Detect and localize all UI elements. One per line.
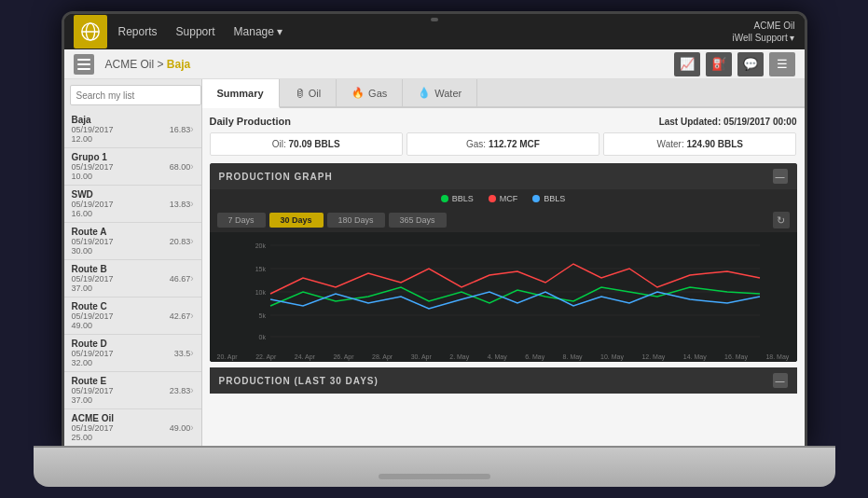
sidebar-item-date: 05/19/2017 (72, 237, 114, 246)
nav-reports[interactable]: Reports (118, 25, 158, 38)
sidebar-item-vals: 12.00 (72, 134, 191, 144)
sidebar-item-text: Route D 05/19/2017 33.5 32.00 (72, 339, 191, 367)
sidebar-item-sub: 05/19/2017 68.00 (72, 162, 191, 172)
x-axis-label: 26. Apr (333, 353, 353, 360)
sidebar-item-val2: 68.00 (170, 162, 191, 172)
time-7days[interactable]: 7 Days (217, 213, 266, 228)
legend-dot-oil (441, 195, 448, 202)
search-input[interactable] (70, 85, 201, 105)
sidebar-item-name: SWD (72, 189, 191, 200)
sidebar-item[interactable]: SWD 05/19/2017 13.83 16.00 › (64, 186, 201, 223)
refresh-button[interactable]: ↻ (773, 212, 790, 228)
sidebar-item-val1: 12.00 (72, 134, 93, 144)
sidebar-item[interactable]: Route B 05/19/2017 46.67 37.00 › (64, 260, 201, 297)
support-button[interactable]: iWell Support ▾ (732, 32, 794, 44)
oil-value-box: Oil: 70.09 BBLS (210, 132, 403, 156)
sidebar-item-sub: 05/19/2017 42.67 (72, 311, 191, 321)
gas-label: Gas: (466, 139, 486, 149)
daily-prod-values: Oil: 70.09 BBLS Gas: 112.72 MCF Water: 1… (210, 132, 797, 156)
tab-oil[interactable]: 🛢 Oil (280, 79, 337, 106)
x-axis-label: 6. May (525, 353, 544, 360)
sidebar-item-date: 05/19/2017 (72, 125, 114, 134)
sidebar-item-val1: 32.00 (72, 358, 93, 367)
sidebar-item-vals: 30.00 (72, 246, 191, 256)
sidebar-item-sub: 05/19/2017 49.00 (72, 423, 191, 433)
sidebar-item-val2: 46.67 (170, 274, 191, 284)
sidebar-item-name: ACME Oil (72, 413, 191, 423)
daily-prod-header: Daily Production Last Updated: 05/19/201… (210, 116, 797, 127)
time-180days[interactable]: 180 Days (327, 213, 385, 228)
sidebar-item-sub: 05/19/2017 23.83 (72, 386, 191, 395)
sidebar-item-val1: 49.00 (72, 321, 93, 330)
sidebar-item[interactable]: Route D 05/19/2017 33.5 32.00 › (64, 335, 201, 372)
search-bar: 🔍 ✏ (64, 79, 201, 111)
sidebar-item-name: Route C (72, 301, 191, 311)
menu-button[interactable] (74, 54, 94, 75)
chevron-right-icon: › (190, 124, 193, 134)
sidebar-item-vals: 25.00 (72, 433, 191, 442)
tab-summary[interactable]: Summary (202, 79, 280, 108)
list-icon[interactable]: ☰ (769, 52, 795, 76)
bottom-section-title: PRODUCTION (LAST 30 DAYS) (219, 376, 379, 386)
app-logo[interactable] (74, 15, 107, 48)
sidebar-item-name: Route B (72, 264, 191, 274)
bottom-minimize-button[interactable]: — (773, 373, 788, 388)
time-365days[interactable]: 365 Days (389, 213, 447, 228)
sidebar-item-val2: 23.83 (170, 386, 191, 395)
production-graph-section: PRODUCTION GRAPH — BBLS MCF (210, 163, 797, 362)
sidebar-item-sub: 05/19/2017 13.83 (72, 200, 191, 209)
chart-icon[interactable]: 📈 (674, 52, 700, 76)
daily-prod-title: Daily Production (210, 116, 291, 127)
sidebar-item-vals: 49.00 (72, 321, 191, 330)
chevron-right-icon: › (190, 348, 193, 358)
legend-mcf: MCF (489, 194, 518, 203)
sidebar-list: Baja 05/19/2017 16.83 12.00 › Grupo 1 05… (64, 111, 201, 447)
sidebar-item-vals: 37.00 (72, 395, 191, 405)
pump-icon[interactable]: ⛽ (706, 52, 732, 76)
water-icon: 💧 (418, 87, 431, 99)
chevron-right-icon: › (190, 161, 193, 172)
breadcrumb-base: ACME Oil > (105, 58, 167, 71)
right-panel: Summary 🛢 Oil 🔥 Gas 💧 Water (202, 79, 805, 447)
tab-water-label: Water (434, 88, 462, 99)
sidebar-item-text: SWD 05/19/2017 13.83 16.00 (72, 189, 191, 218)
chevron-right-icon: › (190, 422, 193, 433)
time-30days[interactable]: 30 Days (269, 213, 324, 228)
water-label: Water: (657, 139, 684, 149)
legend-dot-gas (489, 195, 496, 202)
sidebar-item-name: Grupo 1 (72, 152, 191, 162)
globe-icon (80, 21, 101, 42)
chevron-right-icon: › (190, 199, 193, 209)
sidebar-item[interactable]: Route A 05/19/2017 20.83 30.00 › (64, 223, 201, 260)
x-axis-label: 16. May (724, 353, 748, 360)
graph-minimize-button[interactable]: — (773, 169, 788, 184)
sidebar-item[interactable]: ACME Oil 05/19/2017 49.00 25.00 › (64, 409, 201, 447)
chevron-right-icon: › (190, 273, 193, 284)
nav-support[interactable]: Support (176, 25, 215, 38)
sidebar-item[interactable]: Grupo 1 05/19/2017 68.00 10.00 › (64, 148, 201, 186)
sidebar-item-text: Route E 05/19/2017 23.83 37.00 (72, 376, 191, 405)
hamburger-line (77, 68, 90, 70)
svg-text:10k: 10k (255, 289, 266, 296)
chevron-right-icon: › (190, 236, 193, 246)
x-axis-label: 2. May (449, 353, 469, 360)
tab-gas[interactable]: 🔥 Gas (337, 79, 403, 106)
sidebar-item[interactable]: Route C 05/19/2017 42.67 49.00 › (64, 297, 201, 335)
sidebar-item-val2: 13.83 (170, 200, 191, 209)
chat-icon[interactable]: 💬 (737, 52, 764, 76)
sidebar-item-vals: 32.00 (72, 358, 191, 367)
sidebar-item-name: Baja (72, 115, 191, 125)
screen-bezel: Reports Support Manage ▾ ACME Oil iWell … (62, 11, 807, 450)
chevron-right-icon: › (190, 311, 193, 321)
sidebar-item[interactable]: Route E 05/19/2017 23.83 37.00 › (64, 372, 201, 409)
x-axis-label: 18. May (765, 353, 789, 360)
nav-manage[interactable]: Manage ▾ (234, 25, 283, 38)
sidebar-item-text: Grupo 1 05/19/2017 68.00 10.00 (72, 152, 191, 181)
oil-value: 70.09 BBLS (289, 139, 340, 149)
tab-water[interactable]: 💧 Water (403, 79, 477, 106)
panel-content: Daily Production Last Updated: 05/19/201… (202, 108, 805, 447)
x-axis-label: 10. May (600, 353, 624, 360)
water-value: 124.90 BBLS (686, 139, 743, 149)
sidebar-item[interactable]: Baja 05/19/2017 16.83 12.00 › (64, 111, 201, 148)
last-updated: Last Updated: 05/19/2017 00:00 (659, 117, 797, 127)
